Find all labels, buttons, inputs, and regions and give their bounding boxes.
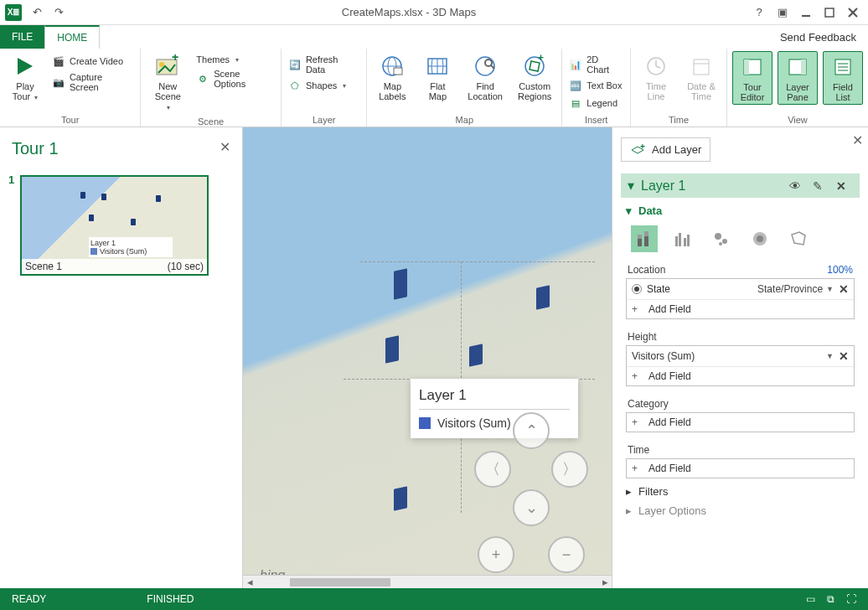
- scene-name: Scene 1: [25, 261, 62, 272]
- flat-map-button[interactable]: Flat Map: [417, 51, 457, 103]
- layer-options-section-header[interactable]: ▸Layer Options: [626, 504, 855, 517]
- new-scene-icon: +: [154, 53, 181, 80]
- title-bar: X≣ ↶ ↷ CreateMaps.xlsx - 3D Maps ? ▣: [0, 0, 868, 25]
- gear-icon: ⚙: [196, 72, 209, 85]
- scene-item[interactable]: 1 Layer 1 Visitors (Sum) Scene 1 (10 sec…: [12, 175, 230, 276]
- data-section-header[interactable]: ▾Data: [626, 204, 855, 217]
- 2d-chart-button[interactable]: 📊2D Chart: [567, 54, 625, 75]
- map-labels-button[interactable]: Map Labels: [372, 51, 412, 103]
- custom-regions-button[interactable]: +Custom Regions: [513, 51, 556, 103]
- svg-rect-39: [679, 233, 681, 246]
- delete-layer-icon[interactable]: ✕: [836, 179, 853, 193]
- minimize-button[interactable]: [799, 6, 813, 19]
- tab-home[interactable]: HOME: [44, 25, 100, 49]
- layer-pane-close-icon[interactable]: ✕: [852, 132, 863, 148]
- legend-button[interactable]: ▤Legend: [567, 96, 625, 111]
- tour-editor-button[interactable]: Tour Editor: [732, 51, 772, 105]
- radio-icon[interactable]: [632, 284, 642, 294]
- dropdown-icon[interactable]: ▼: [826, 352, 834, 360]
- collapse-icon[interactable]: ▾: [628, 178, 634, 194]
- ribbon-options-button[interactable]: ▣: [776, 6, 789, 19]
- undo-button[interactable]: ↶: [30, 6, 44, 19]
- plus-icon: +: [632, 370, 643, 382]
- thumb-legend: Layer 1 Visitors (Sum): [89, 237, 173, 257]
- redo-button[interactable]: ↷: [52, 6, 65, 19]
- create-video-button[interactable]: 🎬Create Video: [50, 54, 135, 69]
- svg-point-43: [722, 239, 727, 244]
- main-area: Tour 1 ✕ 1 Layer 1 Visitors (Sum) Scene …: [0, 127, 868, 588]
- filters-section-header[interactable]: ▸Filters: [626, 485, 855, 498]
- status-fullscreen-icon[interactable]: ⛶: [846, 593, 856, 605]
- svg-rect-25: [744, 59, 749, 75]
- viz-stacked-column-icon[interactable]: [631, 225, 658, 252]
- ribbon-group-view: Tour Editor Layer Pane Field List View: [727, 49, 868, 127]
- find-location-button[interactable]: Find Location: [462, 51, 508, 103]
- status-view2-icon[interactable]: ⧉: [827, 593, 834, 605]
- scroll-left-icon[interactable]: ◂: [243, 576, 256, 588]
- nav-right-button[interactable]: 〉: [551, 451, 588, 488]
- time-add-field[interactable]: + Add Field: [627, 459, 854, 478]
- height-add-field[interactable]: + Add Field: [627, 367, 854, 385]
- ribbon-group-layer: 🔄Refresh Data ⬠Shapes▾ Layer: [282, 49, 367, 127]
- nav-down-button[interactable]: ⌄: [513, 489, 550, 526]
- height-field-row[interactable]: Visitors (Sum) ▼ ✕: [627, 346, 854, 367]
- map-legend[interactable]: Layer 1 Visitors (Sum): [411, 379, 578, 438]
- dropdown-icon[interactable]: ▼: [826, 285, 834, 293]
- tour-title: Tour 1: [12, 139, 230, 158]
- map-view[interactable]: Layer 1 Visitors (Sum) ⌃ 〈 〉 ⌄ + − bing …: [243, 127, 612, 588]
- location-field-row[interactable]: State State/Province ▼ ✕: [627, 279, 854, 300]
- new-scene-button[interactable]: + New Scene ▾: [146, 51, 189, 115]
- status-view1-icon[interactable]: ▭: [806, 593, 815, 605]
- add-layer-button[interactable]: + Add Layer: [621, 137, 710, 162]
- category-add-field[interactable]: + Add Field: [627, 413, 854, 432]
- viz-heatmap-icon[interactable]: [747, 225, 773, 252]
- layer-header[interactable]: ▾ Layer 1 👁 ✎ ✕: [621, 173, 860, 198]
- scene-options-button[interactable]: ⚙Scene Options: [194, 68, 276, 90]
- shapes-button[interactable]: ⬠Shapes▾: [287, 78, 361, 93]
- zoom-out-button[interactable]: −: [548, 536, 585, 573]
- scene-thumbnail[interactable]: Layer 1 Visitors (Sum) Scene 1 (10 sec): [20, 175, 209, 276]
- capture-screen-button[interactable]: 📷Capture Screen: [50, 71, 135, 93]
- viz-clustered-column-icon[interactable]: [669, 225, 696, 252]
- group-label-map: Map: [372, 113, 556, 127]
- layer-pane-button[interactable]: Layer Pane: [778, 51, 818, 105]
- scroll-thumb[interactable]: [290, 578, 390, 587]
- tour-panel-close-icon[interactable]: ✕: [220, 139, 230, 155]
- horizontal-scrollbar[interactable]: ◂ ▸: [243, 575, 612, 588]
- svg-rect-11: [394, 68, 402, 75]
- play-icon: [12, 53, 39, 80]
- rename-icon[interactable]: ✎: [813, 179, 829, 193]
- refresh-data-button[interactable]: 🔄Refresh Data: [287, 54, 361, 75]
- themes-button[interactable]: Themes▾: [194, 54, 276, 65]
- viz-bubble-icon[interactable]: [708, 225, 735, 252]
- maximize-button[interactable]: [823, 6, 836, 19]
- date-time-button: Date & Time: [681, 51, 721, 103]
- svg-point-14: [485, 59, 492, 66]
- location-add-field[interactable]: + Add Field: [627, 300, 854, 318]
- scroll-right-icon[interactable]: ▸: [598, 576, 612, 588]
- svg-line-21: [656, 66, 660, 68]
- remove-field-icon[interactable]: ✕: [839, 349, 849, 363]
- visibility-icon[interactable]: 👁: [789, 179, 806, 193]
- svg-text:+: +: [538, 54, 544, 64]
- plus-icon: +: [632, 303, 643, 315]
- location-confidence[interactable]: 100%: [827, 264, 853, 276]
- svg-rect-40: [684, 238, 686, 246]
- tab-file[interactable]: FILE: [0, 25, 44, 49]
- nav-left-button[interactable]: 〈: [474, 451, 511, 488]
- group-label-time: Time: [636, 113, 721, 127]
- help-button[interactable]: ?: [752, 6, 766, 19]
- text-box-button[interactable]: 🔤Text Box: [567, 78, 625, 93]
- remove-field-icon[interactable]: ✕: [839, 282, 849, 296]
- play-tour-button[interactable]: Play Tour ▾: [5, 51, 45, 105]
- send-feedback-link[interactable]: Send Feedback: [768, 25, 868, 49]
- viz-region-icon[interactable]: [785, 225, 812, 252]
- status-bar: READY FINISHED ▭ ⧉ ⛶: [0, 588, 868, 610]
- find-location-icon: [472, 53, 499, 80]
- group-label-scene: Scene: [146, 115, 276, 128]
- svg-rect-38: [675, 236, 678, 246]
- nav-up-button[interactable]: ⌃: [513, 412, 550, 449]
- zoom-in-button[interactable]: +: [478, 536, 514, 573]
- close-button[interactable]: [846, 6, 860, 19]
- field-list-button[interactable]: Field List: [823, 51, 863, 105]
